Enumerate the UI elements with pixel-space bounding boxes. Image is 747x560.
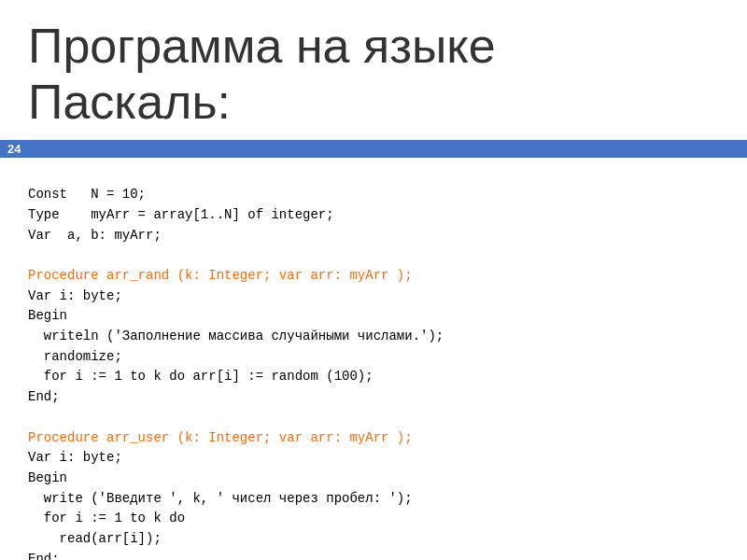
- title-section: Программа на языке Паскаль:: [0, 0, 747, 140]
- code-line-16: write ('Введите ', k, ' чисел через проб…: [28, 491, 413, 506]
- slide-container: Программа на языке Паскаль: 24 Const N =…: [0, 0, 747, 560]
- code-line-6: Var i: byte;: [28, 288, 122, 303]
- slide-number: 24: [0, 140, 28, 158]
- code-line-17: for i := 1 to k do: [28, 511, 185, 525]
- title-line1: Программа на языке: [28, 19, 496, 73]
- code-line-18: read(arr[i]);: [28, 531, 162, 546]
- code-line-15: Begin: [28, 470, 67, 485]
- code-line-13: Procedure arr_user (k: Integer; var arr:…: [28, 430, 413, 445]
- code-line-8: writeln ('Заполнение массива случайными …: [28, 329, 444, 343]
- header-bar: 24: [0, 140, 747, 158]
- code-block: Const N = 10; Type myArr = array[1..N] o…: [28, 165, 719, 560]
- code-line-11: End;: [28, 389, 60, 404]
- code-line-5: Procedure arr_rand (k: Integer; var arr:…: [28, 268, 413, 283]
- code-line-2: Type myArr = array[1..N] of integer;: [28, 207, 334, 222]
- code-line-19: End;: [28, 552, 60, 560]
- title-line2: Паскаль:: [28, 75, 231, 129]
- content-section: Const N = 10; Type myArr = array[1..N] o…: [0, 158, 747, 560]
- slide-title: Программа на языке Паскаль:: [28, 19, 719, 131]
- code-line-3: Var a, b: myArr;: [28, 228, 162, 243]
- code-line-1: Const N = 10;: [28, 187, 146, 202]
- code-line-10: for i := 1 to k do arr[i] := random (100…: [28, 369, 374, 384]
- code-line-9: randomize;: [28, 349, 122, 364]
- code-line-14: Var i: byte;: [28, 450, 122, 465]
- code-line-7: Begin: [28, 308, 67, 323]
